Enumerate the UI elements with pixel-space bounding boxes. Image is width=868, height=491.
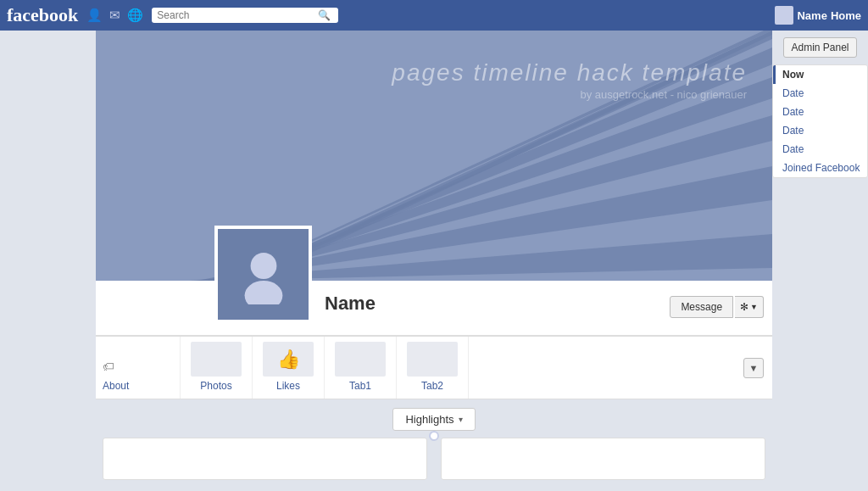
admin-panel-button[interactable]: Admin Panel xyxy=(783,37,856,58)
tag-icon: 🏷 xyxy=(103,360,114,373)
main-content: .ray { fill: #6b7fa8; opacity: 0.7; } pa… xyxy=(0,31,868,480)
photos-thumb xyxy=(191,342,242,377)
timeline-nav-item-date4[interactable]: Date xyxy=(773,140,867,159)
profile-actions: Message ✻ ▼ xyxy=(670,296,764,318)
tabs-bar: 🏷 About Photos 👍 Likes Tab1 xyxy=(96,336,772,399)
profile-avatar xyxy=(214,226,312,323)
facebook-logo: facebook xyxy=(7,4,78,26)
messages-icon[interactable]: ✉ xyxy=(109,8,120,23)
tab2-thumb xyxy=(407,342,458,377)
nav-user-name[interactable]: Name xyxy=(797,9,826,22)
highlights-button[interactable]: Highlights ▾ xyxy=(392,408,475,431)
tab1-label: Tab1 xyxy=(349,380,371,392)
tab-likes-label: Likes xyxy=(276,380,300,392)
timeline-left-column xyxy=(103,438,427,480)
tab-photos-label: Photos xyxy=(200,380,231,392)
cover-template-text: pages timeline hack template xyxy=(392,56,747,89)
avatar[interactable] xyxy=(775,6,793,25)
avatar-svg xyxy=(234,245,293,304)
thumbs-up-icon: 👍 xyxy=(277,349,300,371)
tabs-overflow-button[interactable]: ▼ xyxy=(743,358,764,378)
dropdown-arrow-icon: ▼ xyxy=(750,303,758,311)
tab-about[interactable]: 🏷 About xyxy=(96,337,181,399)
gear-settings-button[interactable]: ✻ ▼ xyxy=(735,296,764,318)
timeline-nav-item-date1[interactable]: Date xyxy=(773,84,867,103)
highlights-label: Highlights xyxy=(405,413,453,426)
gear-icon: ✻ xyxy=(740,301,748,313)
timeline-nav-item-joined[interactable]: Joined Facebook xyxy=(773,159,867,177)
search-icon: 🔍 xyxy=(318,9,331,21)
svg-point-12 xyxy=(250,253,276,279)
tab2-label: Tab2 xyxy=(421,380,443,392)
timeline-nav-item-date2[interactable]: Date xyxy=(773,103,867,121)
profile-section: Name Message ✻ ▼ xyxy=(96,281,772,336)
overflow-arrow-icon: ▼ xyxy=(749,363,759,373)
tab1-thumb xyxy=(335,342,386,377)
tab-likes[interactable]: 👍 Likes xyxy=(253,337,325,399)
top-navigation: facebook 👤 ✉ 🌐 🔍 Name Home xyxy=(0,0,868,31)
tabs-overflow: ▼ xyxy=(738,337,769,399)
search-input[interactable] xyxy=(157,9,318,21)
tab-tab2[interactable]: Tab2 xyxy=(397,337,469,399)
cover-template-subtext: by ausgetrock.net - nico grienauer xyxy=(580,88,747,101)
timeline-nav-item-now[interactable]: Now xyxy=(773,65,867,84)
profile-name: Name xyxy=(325,293,376,315)
search-bar: 🔍 xyxy=(152,8,338,23)
globe-icon[interactable]: 🌐 xyxy=(127,8,143,23)
cover-photo: .ray { fill: #6b7fa8; opacity: 0.7; } pa… xyxy=(96,31,772,281)
right-sidebar: Admin Panel Now Date Date Date Date Join… xyxy=(772,31,868,480)
timeline-navigation: Now Date Date Date Date Joined Facebook xyxy=(772,64,868,178)
center-column: .ray { fill: #6b7fa8; opacity: 0.7; } pa… xyxy=(96,31,772,480)
timeline-right-column xyxy=(441,438,765,480)
nav-icon-group: 👤 ✉ 🌐 xyxy=(86,8,143,23)
timeline-nav-item-date3[interactable]: Date xyxy=(773,121,867,140)
nav-right-section: Name Home xyxy=(775,6,861,25)
svg-point-13 xyxy=(244,281,282,304)
message-button[interactable]: Message xyxy=(670,296,733,318)
timeline-center-dot xyxy=(429,431,439,441)
nav-home-link[interactable]: Home xyxy=(831,9,861,22)
tab-about-label: About xyxy=(103,380,129,392)
friends-icon[interactable]: 👤 xyxy=(86,8,103,23)
left-sidebar xyxy=(0,31,96,480)
tab-tab1[interactable]: Tab1 xyxy=(325,337,397,399)
tab-photos[interactable]: Photos xyxy=(181,337,253,399)
timeline-content xyxy=(96,438,772,480)
likes-thumb: 👍 xyxy=(263,342,314,377)
highlights-arrow-icon: ▾ xyxy=(459,415,463,424)
